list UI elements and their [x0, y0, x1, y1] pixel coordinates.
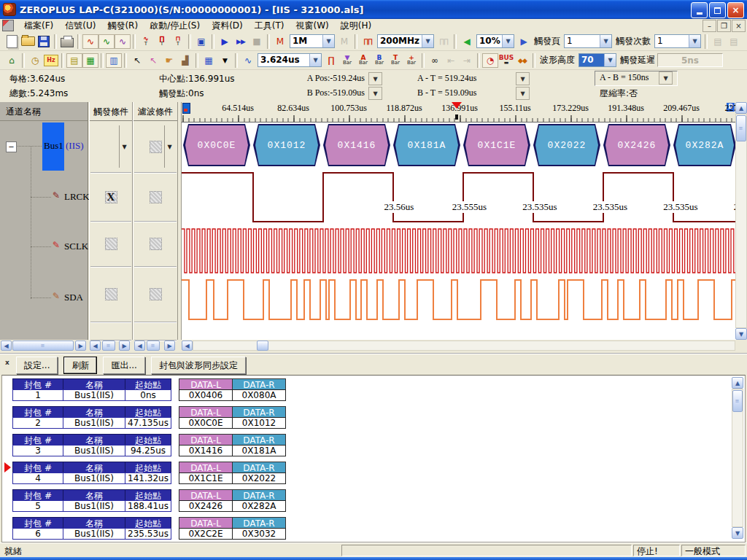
stop-icon[interactable]: ■	[249, 34, 265, 49]
chevron-down-icon[interactable]: ▼	[164, 125, 174, 168]
trigger-page-combo[interactable]: 1 ▼	[564, 34, 612, 48]
packet-refresh-button[interactable]: 刷新	[63, 357, 97, 374]
restore-button[interactable]	[709, 2, 726, 18]
menu-item-3[interactable]: 觸發(R)	[101, 20, 144, 31]
packet-wave-sync-button[interactable]: 封包與波形同步設定	[151, 357, 246, 374]
channel-name-sda[interactable]: SDA	[64, 292, 83, 303]
run-icon[interactable]: ▶	[217, 34, 233, 49]
trigger-cell-1[interactable]: ▼	[90, 121, 131, 174]
bus-data-segment[interactable]: 0X1012	[253, 124, 320, 166]
memory-depth-combo[interactable]: 1M ▼	[290, 34, 335, 48]
close-button[interactable]: ×	[727, 2, 744, 18]
chevron-down-icon[interactable]: ▼	[689, 35, 700, 47]
bus-decode-icon[interactable]: ▣	[193, 34, 209, 49]
sampling-setup-icon[interactable]: ∿	[82, 34, 98, 49]
packet-row[interactable]: 封包 #6名稱Bus1(IIS)起始點235.53usDATA-L0X2C2ED…	[2, 517, 717, 540]
bar-nav-icon[interactable]: ▼Bar	[339, 53, 355, 68]
channel-scroll-thumb[interactable]: ≡	[12, 341, 74, 351]
bus-data-segment[interactable]: 0X1416	[323, 124, 390, 166]
wave-height-combo[interactable]: 70 ▼	[578, 53, 616, 67]
wave-scroll-up-button[interactable]: ▲	[735, 102, 747, 114]
filter-scroll-thumb[interactable]: ≡	[147, 341, 160, 351]
filter-cell-1[interactable]: ▼	[134, 121, 177, 174]
select-cursor-icon[interactable]: ↖	[129, 53, 145, 68]
wave-scroll-down-button[interactable]: ▼	[735, 328, 747, 340]
chevron-down-icon[interactable]: ▼	[604, 54, 616, 66]
new-file-icon[interactable]	[4, 34, 20, 49]
b-pos-dropdown[interactable]: ▼	[368, 87, 382, 100]
minimize-button[interactable]	[691, 2, 708, 18]
t-bar-icon[interactable]: TBar	[387, 53, 403, 68]
data-compare-icon[interactable]: ◆◆	[514, 53, 530, 68]
menu-item-5[interactable]: 資料(D)	[206, 20, 249, 31]
packet-settings-button[interactable]: 設定...	[16, 357, 58, 374]
memory-page-prev-icon[interactable]: M	[272, 34, 288, 49]
wave-vertical-scroll-thumb[interactable]: ≡	[736, 115, 746, 141]
channel-scroll-right-button[interactable]: ▶	[75, 341, 86, 351]
trigger-pos-left-icon[interactable]: ◀	[459, 34, 475, 49]
bus-packet-icon[interactable]: BUS▬	[498, 53, 514, 68]
wave-scroll-left-button[interactable]: ◀	[182, 341, 193, 351]
trigger-count-combo[interactable]: 1 ▼	[654, 34, 701, 48]
mdi-close-button[interactable]: ×	[732, 20, 746, 32]
clock-icon[interactable]: ◷	[27, 53, 43, 68]
channel-scroll-left-button[interactable]: ◀	[1, 341, 12, 351]
multi-cursor-icon[interactable]: ↖	[145, 53, 161, 68]
menu-item-4[interactable]: 啟動/停止(S)	[144, 20, 206, 31]
mdi-restore-button[interactable]: ❐	[717, 20, 731, 32]
trigger-position-marker[interactable]	[452, 102, 462, 109]
bus-data-segment[interactable]: 0X1C1E	[463, 124, 530, 166]
menu-item-6[interactable]: 工具(T)	[249, 20, 290, 31]
grid-mode-dropdown-icon[interactable]: ▼	[217, 53, 233, 68]
trigger-cell-3[interactable]	[90, 222, 131, 268]
bus-property-icon[interactable]: ∿	[115, 34, 131, 49]
layout-window-icon[interactable]: ▥	[106, 53, 122, 68]
bus-data-segment[interactable]: 0X0C0E	[183, 124, 250, 166]
channel-setup-icon[interactable]: ∿	[98, 34, 115, 49]
packet-row[interactable]: 封包 #1名稱Bus1(IIS)起始點0nsDATA-L0X0406DATA-R…	[2, 378, 717, 402]
a-b-dropdown[interactable]: ▼	[659, 71, 673, 85]
trigger-edge-icon[interactable]: ⊓T	[170, 34, 186, 49]
bus-data-segment[interactable]: 0X282A	[673, 124, 736, 166]
frequency-icon[interactable]: Hz	[43, 53, 59, 68]
a-bar-icon[interactable]: ABar	[355, 53, 371, 68]
packet-row[interactable]: 封包 #3名稱Bus1(IIS)起始點94.25usDATA-L0X1416DA…	[2, 434, 717, 457]
packet-scroll-down-button[interactable]: ▼	[732, 527, 743, 539]
a-pos-dropdown[interactable]: ▼	[368, 72, 382, 85]
channel-name-lrck[interactable]: LRCK	[64, 191, 90, 203]
menu-item-2[interactable]: 信號(U)	[59, 20, 101, 31]
bus-data-segment[interactable]: 0X2426	[603, 124, 670, 166]
chevron-down-icon[interactable]: ▼	[322, 35, 334, 47]
trigger-scroll-thumb[interactable]: ≡	[102, 341, 115, 351]
filter-scroll-right-button[interactable]: ▶	[164, 341, 175, 351]
wave-vertical-scrollbar[interactable]	[735, 114, 747, 328]
menu-item-1[interactable]: 檔案(F)	[18, 20, 59, 31]
trigger-cell-2[interactable]: X	[90, 173, 131, 222]
packet-scroll-up-button[interactable]: ▲	[732, 377, 743, 389]
trigger-width-icon[interactable]: ∏T	[154, 34, 170, 49]
packet-panel-close-icon[interactable]: x	[3, 358, 12, 367]
sample-rate-combo[interactable]: 200MHz ▼	[377, 34, 434, 48]
filter-cell-4[interactable]	[134, 267, 177, 323]
menu-item-7[interactable]: 視窗(W)	[290, 20, 334, 31]
chevron-down-icon[interactable]: ▼	[309, 54, 321, 66]
trigger-cell-4[interactable]	[90, 267, 131, 323]
channel-name-bus1[interactable]: Bus1	[44, 140, 63, 152]
repeat-run-icon[interactable]: ▶▶	[233, 34, 249, 49]
chevron-down-icon[interactable]: ▼	[119, 125, 129, 168]
bus-data-segment[interactable]: 0X2022	[533, 124, 600, 166]
packet-export-button[interactable]: 匯出...	[103, 357, 144, 374]
search-pulse-icon[interactable]: ∏	[323, 53, 339, 68]
filter-cell-2[interactable]	[134, 173, 177, 222]
trigger-mark-icon[interactable]: ∿T	[138, 34, 154, 49]
filter-cell-3[interactable]	[134, 222, 177, 268]
trigger-pos-right-icon[interactable]: ▶	[516, 34, 532, 49]
chevron-down-icon[interactable]: ▼	[502, 35, 514, 47]
list-window-icon[interactable]: ▦	[82, 53, 98, 68]
menu-item-8[interactable]: 說明(H)	[335, 20, 377, 31]
wave-horizontal-scroll-thumb[interactable]	[257, 341, 268, 351]
find-icon[interactable]: ∞	[427, 53, 443, 68]
chevron-down-icon[interactable]: ▼	[422, 35, 433, 47]
add-bar-icon[interactable]: +Bar	[403, 53, 419, 68]
hand-tool-icon[interactable]: ☛	[161, 53, 177, 68]
